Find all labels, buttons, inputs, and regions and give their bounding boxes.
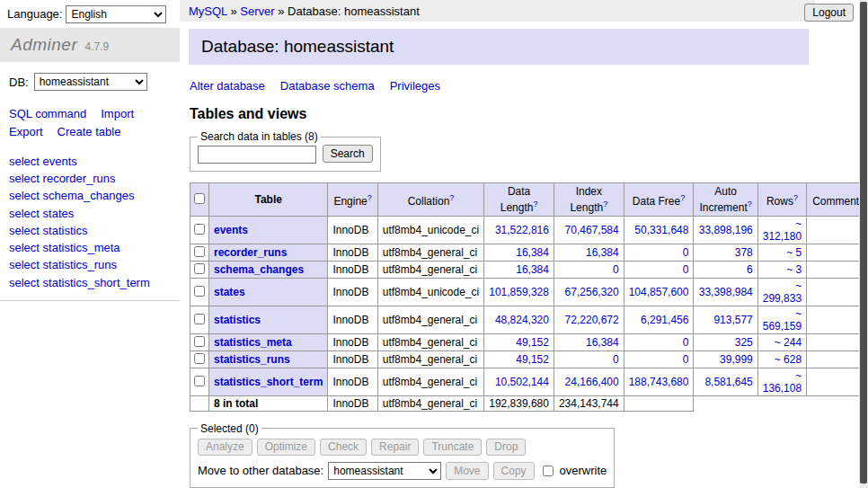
breadcrumb-link-mysql[interactable]: MySQL xyxy=(189,4,227,18)
language-select[interactable]: English xyxy=(66,5,166,23)
cell-data-free-link[interactable]: 0 xyxy=(683,336,689,349)
table-link-recorder_runs[interactable]: recorder_runs xyxy=(214,246,287,259)
table-link-states[interactable]: states xyxy=(214,286,245,298)
sidebar-link-sql-command[interactable]: SQL command xyxy=(9,107,86,120)
cell-data-length-link[interactable]: 16,384 xyxy=(516,246,549,259)
cell-data-free-link[interactable]: 0 xyxy=(683,246,689,259)
cell-index-length-link[interactable]: 70,467,584 xyxy=(565,224,619,236)
move-button[interactable]: Move xyxy=(446,462,488,480)
cell-rows-link[interactable]: ~ 312,180 xyxy=(763,217,802,243)
analyze-button[interactable]: Analyze xyxy=(198,439,252,456)
cell-data-length-link[interactable]: 49,152 xyxy=(516,336,549,349)
cell-index-length-link[interactable]: 24,166,400 xyxy=(565,376,619,388)
cell-index-length-link[interactable]: 16,384 xyxy=(586,336,619,349)
cell-index-length-link[interactable]: 72,220,672 xyxy=(565,314,619,326)
search-button[interactable]: Search xyxy=(323,145,373,163)
cell-rows-link[interactable]: ~ 136,108 xyxy=(763,369,802,395)
cell-rows-link[interactable]: ~ 299,833 xyxy=(763,279,802,305)
cell-auto-increment-link[interactable]: 8,581,645 xyxy=(704,376,752,388)
column-help-link[interactable]: ? xyxy=(449,193,454,202)
table-link-statistics_runs[interactable]: statistics_runs xyxy=(214,353,290,366)
repair-button[interactable]: Repair xyxy=(371,439,419,456)
cell-data-length-link[interactable]: 101,859,328 xyxy=(489,286,549,298)
scrollbar-thumb[interactable] xyxy=(860,2,867,484)
column-help-link[interactable]: ? xyxy=(368,193,372,202)
cell-data-length-link[interactable]: 16,384 xyxy=(516,263,549,276)
sidebar-select-schema-changes[interactable]: select schema_changes xyxy=(9,187,171,204)
select-all-checkbox[interactable] xyxy=(194,193,205,204)
table-link-statistics_meta[interactable]: statistics_meta xyxy=(214,336,292,349)
sidebar-select-statistics-runs[interactable]: select statistics_runs xyxy=(9,256,171,273)
sidebar-link-create-table[interactable]: Create table xyxy=(58,125,121,138)
copy-button[interactable]: Copy xyxy=(493,462,535,480)
column-help-link[interactable]: ? xyxy=(748,200,752,209)
sidebar-link-export[interactable]: Export xyxy=(9,125,43,138)
column-help-link[interactable]: ? xyxy=(603,200,607,209)
db-select[interactable]: homeassistant xyxy=(34,73,147,91)
cell-auto-increment-link[interactable]: 39,999 xyxy=(720,353,753,366)
cell-index-length-link[interactable]: 0 xyxy=(613,263,619,276)
table-link-statistics_short_term[interactable]: statistics_short_term xyxy=(214,376,323,388)
cell-data-free-link[interactable]: 50,331,648 xyxy=(634,224,688,236)
column-help-link[interactable]: ? xyxy=(533,200,537,209)
row-checkbox-recorder_runs[interactable] xyxy=(194,246,205,257)
cell-rows-link[interactable]: ~ 3 xyxy=(786,263,802,276)
column-help-link[interactable]: ? xyxy=(680,193,685,202)
cell-auto-increment-link[interactable]: 378 xyxy=(735,246,753,259)
vertical-scrollbar[interactable] xyxy=(859,0,868,488)
optimize-button[interactable]: Optimize xyxy=(257,439,315,456)
sidebar-select-statistics-meta[interactable]: select statistics_meta xyxy=(9,239,171,256)
cell-rows-link[interactable]: ~ 244 xyxy=(775,336,802,349)
sidebar-select-statistics-short-term[interactable]: select statistics_short_term xyxy=(9,274,171,291)
row-checkbox-statistics_runs[interactable] xyxy=(194,353,205,364)
cell-rows-link[interactable]: ~ 569,159 xyxy=(763,307,802,333)
cell-data-free-link[interactable]: 0 xyxy=(683,353,689,366)
link-privileges[interactable]: Privileges xyxy=(390,79,440,93)
search-input[interactable] xyxy=(198,146,316,164)
link-database-schema[interactable]: Database schema xyxy=(280,79,375,93)
cell-data-free-link[interactable]: 0 xyxy=(683,263,689,276)
cell-rows-link[interactable]: ~ 628 xyxy=(775,353,802,366)
row-checkbox-statistics_short_term[interactable] xyxy=(194,376,205,386)
cell-data-length-link[interactable]: 48,824,320 xyxy=(495,314,549,326)
cell-data-length-link[interactable]: 10,502,144 xyxy=(495,376,549,388)
breadcrumb-link-server[interactable]: Server xyxy=(240,4,274,18)
sidebar-select-states[interactable]: select states xyxy=(9,205,171,222)
cell-index-length-link[interactable]: 67,256,320 xyxy=(565,286,619,298)
cell-data-length-link[interactable]: 49,152 xyxy=(516,353,549,366)
cell-data-free-link[interactable]: 6,291,456 xyxy=(641,314,688,326)
truncate-button[interactable]: Truncate xyxy=(423,439,482,456)
cell-auto-increment-link[interactable]: 33,398,984 xyxy=(699,286,753,298)
logout-button[interactable]: Logout xyxy=(804,4,854,22)
cell-index-length-link[interactable]: 0 xyxy=(613,353,619,366)
cell-auto-increment-link[interactable]: 33,898,196 xyxy=(699,224,753,236)
column-help-link[interactable]: ? xyxy=(793,193,798,202)
drop-button[interactable]: Drop xyxy=(486,439,526,456)
link-alter-database[interactable]: Alter database xyxy=(190,79,265,93)
cell-index-length-link[interactable]: 16,384 xyxy=(586,246,619,259)
cell-auto-increment: 325 xyxy=(694,333,757,350)
row-checkbox-schema_changes[interactable] xyxy=(194,263,205,274)
cell-auto-increment-link[interactable]: 6 xyxy=(747,263,753,276)
table-link-events[interactable]: events xyxy=(214,224,248,236)
row-checkbox-events[interactable] xyxy=(194,224,205,235)
table-link-schema_changes[interactable]: schema_changes xyxy=(214,263,304,276)
row-checkbox-statistics_meta[interactable] xyxy=(194,336,205,347)
cell-rows: ~ 628 xyxy=(757,350,806,368)
check-button[interactable]: Check xyxy=(320,439,367,456)
sidebar-select-statistics[interactable]: select statistics xyxy=(9,222,171,239)
sidebar-select-recorder-runs[interactable]: select recorder_runs xyxy=(9,170,171,187)
cell-auto-increment-link[interactable]: 325 xyxy=(735,336,753,349)
cell-rows-link[interactable]: ~ 5 xyxy=(786,246,802,259)
cell-data-length-link[interactable]: 31,522,816 xyxy=(495,224,549,236)
cell-data-free-link[interactable]: 188,743,680 xyxy=(629,376,689,388)
move-db-select[interactable]: homeassistant xyxy=(328,462,441,480)
table-link-statistics[interactable]: statistics xyxy=(214,314,261,326)
sidebar-link-import[interactable]: Import xyxy=(101,107,134,120)
overwrite-checkbox[interactable] xyxy=(543,466,554,476)
cell-auto-increment-link[interactable]: 913,577 xyxy=(713,314,752,326)
row-checkbox-statistics[interactable] xyxy=(194,314,205,324)
row-checkbox-states[interactable] xyxy=(194,286,205,297)
cell-data-free-link[interactable]: 104,857,600 xyxy=(629,286,689,298)
sidebar-select-events[interactable]: select events xyxy=(9,153,171,170)
